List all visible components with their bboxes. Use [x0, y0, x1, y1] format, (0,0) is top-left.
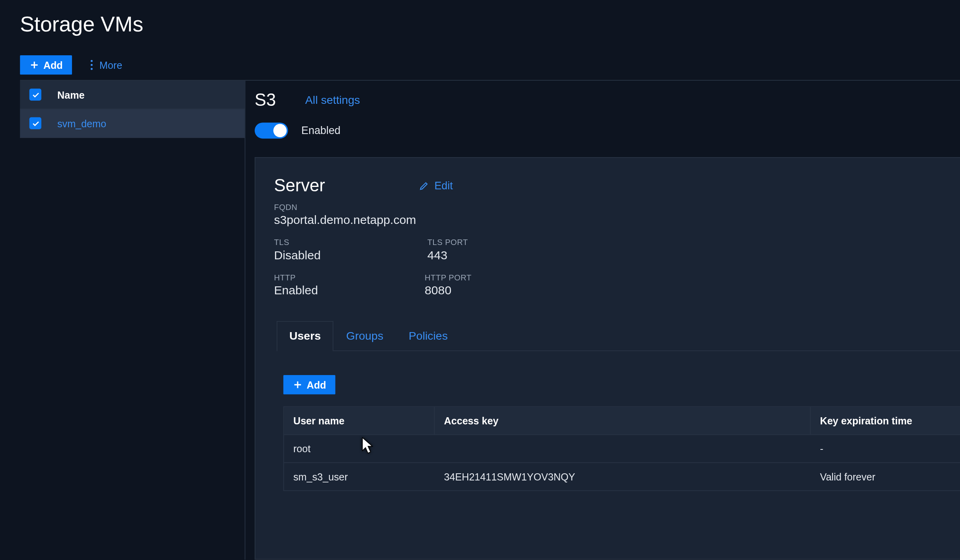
tls-port-value: 443: [427, 249, 468, 262]
s3-enabled-label: Enabled: [301, 124, 340, 136]
all-settings-link[interactable]: All settings: [305, 93, 360, 107]
http-port-value: 8080: [425, 284, 472, 298]
edit-label: Edit: [434, 179, 453, 191]
plus-icon: [29, 60, 39, 70]
users-table: User name Access key Key expiration time…: [283, 406, 960, 491]
cell-access-key: [435, 435, 811, 463]
http-label: HTTP: [274, 273, 318, 282]
svm-name-column-header[interactable]: Name: [57, 89, 84, 100]
tab-policies[interactable]: Policies: [396, 321, 460, 351]
s3-enabled-toggle[interactable]: [255, 122, 288, 138]
cell-user-name: root: [284, 435, 435, 463]
check-icon: [31, 119, 40, 128]
col-key-expiration[interactable]: Key expiration time: [811, 407, 960, 434]
users-table-header: User name Access key Key expiration time: [284, 407, 960, 434]
detail-section-title: S3: [255, 90, 276, 111]
page-title: Storage VMs: [0, 0, 960, 37]
add-svm-label: Add: [43, 59, 63, 70]
server-heading: Server: [274, 175, 325, 196]
add-user-button[interactable]: Add: [283, 375, 336, 395]
table-row[interactable]: root -: [284, 434, 960, 462]
col-access-key[interactable]: Access key: [435, 407, 811, 434]
cell-access-key: 34EH21411SMW1YOV3NQY: [435, 463, 811, 490]
more-menu-button[interactable]: More: [91, 59, 122, 70]
svm-name-link[interactable]: svm_demo: [57, 118, 106, 129]
http-port-label: HTTP PORT: [425, 273, 472, 282]
select-all-checkbox[interactable]: [29, 89, 41, 101]
edit-server-button[interactable]: Edit: [418, 179, 453, 191]
fqdn-value: s3portal.demo.netapp.com: [274, 213, 960, 227]
detail-tabs: Users Groups Policies: [277, 321, 960, 351]
more-label: More: [100, 59, 122, 70]
cell-key-expiration: -: [811, 435, 960, 463]
svm-list-row[interactable]: svm_demo: [20, 109, 244, 138]
svm-list-header-row: Name: [20, 81, 244, 109]
svm-list-sidebar: Name svm_demo: [20, 81, 245, 560]
add-svm-button[interactable]: Add: [20, 55, 72, 75]
svm-row-checkbox[interactable]: [29, 117, 41, 129]
tab-groups[interactable]: Groups: [334, 321, 396, 351]
tab-users[interactable]: Users: [277, 321, 334, 351]
add-user-label: Add: [307, 379, 326, 390]
plus-icon: [293, 380, 302, 390]
cell-user-name: sm_s3_user: [284, 463, 435, 490]
check-icon: [31, 90, 40, 99]
col-user-name[interactable]: User name: [284, 407, 435, 434]
fqdn-label: FQDN: [274, 202, 960, 212]
http-value: Enabled: [274, 284, 318, 298]
tls-value: Disabled: [274, 249, 320, 262]
cell-key-expiration: Valid forever: [811, 463, 960, 490]
pencil-icon: [418, 180, 429, 191]
tls-label: TLS: [274, 238, 320, 247]
table-row[interactable]: sm_s3_user 34EH21411SMW1YOV3NQY Valid fo…: [284, 462, 960, 490]
tls-port-label: TLS PORT: [427, 238, 468, 247]
more-vert-icon: [91, 60, 93, 70]
